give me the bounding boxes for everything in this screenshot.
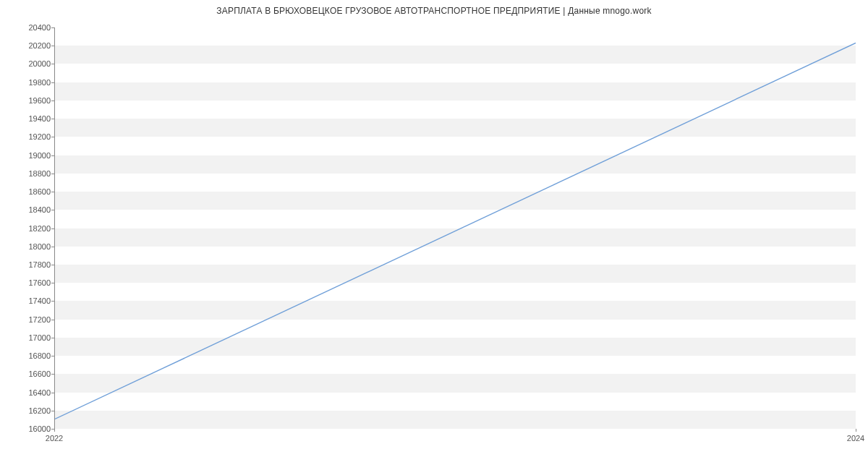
y-tick-mark — [51, 192, 54, 192]
grid-band — [55, 192, 856, 210]
grid-band — [55, 301, 856, 319]
y-tick-mark — [51, 64, 54, 64]
grid-band — [55, 265, 856, 283]
y-tick-label: 16200 — [7, 406, 51, 415]
y-tick-label: 20400 — [7, 23, 51, 32]
y-tick-mark — [51, 283, 54, 283]
grid-band — [55, 338, 856, 356]
y-tick-mark — [51, 228, 54, 229]
y-tick-label: 18200 — [7, 224, 51, 233]
y-tick-label: 17000 — [7, 333, 51, 342]
chart-title: ЗАРПЛАТА В БРЮХОВЕЦКОЕ ГРУЗОВОЕ АВТОТРАН… — [0, 0, 868, 16]
y-tick-label: 17800 — [7, 260, 51, 269]
y-tick-mark — [51, 301, 54, 302]
y-tick-mark — [51, 338, 54, 338]
y-tick-mark — [51, 174, 54, 174]
y-tick-mark — [51, 411, 54, 411]
y-tick-mark — [51, 393, 54, 393]
chart-container: ЗАРПЛАТА В БРЮХОВЕЦКОЕ ГРУЗОВОЕ АВТОТРАН… — [0, 0, 868, 456]
grid-band — [55, 82, 856, 101]
grid-band — [55, 228, 856, 247]
plot-area — [54, 27, 856, 429]
grid-band — [55, 46, 856, 64]
y-tick-mark — [51, 82, 54, 83]
y-tick-mark — [51, 320, 54, 320]
x-tick-mark — [856, 429, 856, 432]
x-tick-mark — [54, 429, 55, 432]
y-tick-label: 17200 — [7, 315, 51, 324]
y-tick-label: 19200 — [7, 132, 51, 141]
y-tick-mark — [51, 374, 54, 375]
y-tick-mark — [51, 247, 54, 247]
y-tick-label: 19400 — [7, 114, 51, 123]
y-tick-label: 16000 — [7, 424, 51, 433]
y-tick-mark — [51, 356, 54, 356]
y-tick-mark — [51, 119, 54, 119]
grid-band — [55, 374, 856, 392]
y-tick-mark — [51, 27, 54, 28]
grid-band — [55, 155, 856, 174]
y-tick-mark — [51, 46, 54, 46]
grid-band — [55, 119, 856, 137]
x-tick-label: 2024 — [847, 434, 864, 443]
y-tick-label: 16400 — [7, 388, 51, 397]
y-tick-label: 18000 — [7, 242, 51, 251]
y-tick-mark — [51, 101, 54, 101]
y-tick-label: 20000 — [7, 59, 51, 68]
y-tick-label: 17400 — [7, 296, 51, 305]
y-tick-label: 20200 — [7, 41, 51, 50]
y-tick-label: 17600 — [7, 278, 51, 287]
y-tick-label: 16600 — [7, 369, 51, 378]
y-tick-label: 19800 — [7, 78, 51, 87]
y-tick-mark — [51, 210, 54, 210]
y-tick-label: 18600 — [7, 187, 51, 196]
y-tick-label: 19600 — [7, 96, 51, 105]
y-tick-mark — [51, 265, 54, 265]
grid-band — [55, 411, 856, 429]
y-tick-label: 19000 — [7, 151, 51, 160]
y-tick-label: 16800 — [7, 351, 51, 360]
y-tick-label: 18400 — [7, 205, 51, 214]
y-tick-mark — [51, 137, 54, 137]
y-tick-mark — [51, 155, 54, 156]
y-tick-label: 18800 — [7, 169, 51, 178]
x-tick-label: 2022 — [46, 434, 63, 443]
